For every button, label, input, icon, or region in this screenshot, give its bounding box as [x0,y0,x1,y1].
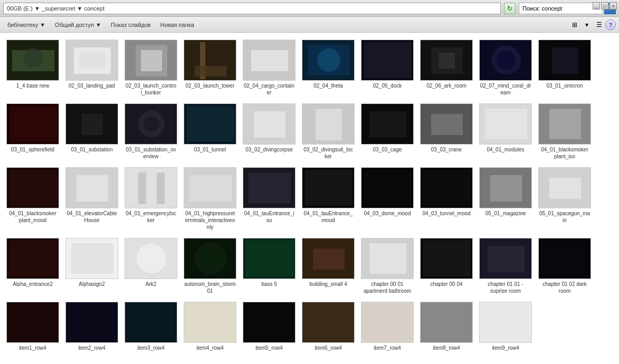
file-item[interactable]: chapter 01 01 - suprise room [477,235,534,297]
file-item[interactable]: 02_04_cargo_container [241,37,298,99]
file-item[interactable]: item3_row4 [122,299,179,354]
file-item[interactable]: autonom_brain_storm01 [182,235,239,297]
file-item[interactable]: chapter 00 01 apartment bathroom [359,235,416,297]
file-item[interactable]: 04_03_tunnel_mood [418,165,475,233]
slideshow-button[interactable]: Показ слайдов [107,18,155,31]
svg-rect-66 [490,175,522,202]
close-button[interactable]: × [610,2,617,9]
thumbnail [125,238,177,279]
path-bar[interactable]: 00GB (E:) ▼ _supersecret ▼ concept [3,3,501,14]
svg-rect-11 [195,66,226,76]
file-item[interactable]: 04_03_dome_mood [359,165,416,233]
file-item[interactable]: 03_01_omicron [536,37,593,99]
thumbnail [479,238,532,279]
file-item[interactable]: 02_03_launch_control_bunker [122,37,179,99]
file-item[interactable]: 03_01_substation_overview [122,101,179,162]
file-item[interactable]: 03_02_divingcorpse [241,101,298,162]
thumbnail [302,167,355,208]
file-item[interactable]: 03_02_divingsuit_locker [300,101,357,162]
file-item[interactable]: 03_01_tunnel [182,101,239,162]
file-item[interactable]: 03_01_spherefield [4,101,61,162]
file-label: 02_06_ark_room [426,82,466,89]
view-large-icons[interactable]: ⊞ [569,19,580,31]
file-label: 02_03_landing_pad [69,82,115,89]
library-button[interactable]: библиотеку ▼ [3,18,50,31]
thumbnail [184,40,236,81]
file-item[interactable]: 04_01_highpressureterminals_interactiveo… [182,165,239,233]
file-item[interactable]: item4_row4 [182,299,239,354]
file-label: item2_row4 [78,344,106,351]
thumbnail [6,40,59,81]
file-item[interactable]: item6_row4 [300,299,357,354]
view-details[interactable]: ☰ [593,19,605,31]
file-item[interactable]: 05_01_magazine [477,165,534,233]
file-label: 03_02_divingsuit_locker [302,146,354,160]
thumbnail [243,40,296,81]
file-item[interactable]: Ark2 [122,235,179,297]
file-item[interactable]: 04_01_modules [477,101,534,162]
file-item[interactable]: bass 5 [241,235,298,297]
file-item[interactable]: item1_row4 [4,299,61,354]
file-item[interactable]: 02_07_mind_coral_dream [477,37,534,99]
svg-rect-93 [184,302,236,343]
file-item[interactable]: 03_03_cage [359,101,416,162]
file-label: 04_03_dome_mood [364,210,411,217]
file-item[interactable]: 03_03_crane [418,101,475,162]
help-button[interactable]: ? [605,20,616,30]
file-item[interactable]: 05_01_spacegun_main [536,165,593,233]
svg-rect-92 [125,302,177,343]
thumbnail [361,238,414,279]
file-label: 04_01_elevatorCableHouse [66,210,118,224]
file-label: 02_04_theta [313,82,343,89]
file-item[interactable]: 1_4 base new [4,37,61,99]
svg-rect-51 [77,175,108,202]
new-folder-button[interactable]: Новая папка [156,18,198,31]
svg-point-16 [317,49,340,72]
file-item[interactable]: item2_row4 [63,299,120,354]
svg-rect-8 [141,50,162,71]
file-item[interactable]: 02_06_ark_room [418,37,475,99]
file-item[interactable]: item8_row4 [418,299,475,354]
file-item[interactable]: 02_03_launch_tower [182,37,239,99]
file-item[interactable]: Alpha_entrance2 [4,235,61,297]
thumbnail [420,167,473,208]
file-item[interactable]: item9_row4 [477,299,534,354]
file-item[interactable]: 02_05_dock [359,37,416,99]
minimize-button[interactable]: _ [593,2,600,9]
thumbnail [6,103,59,145]
file-item[interactable]: building_small 4 [300,235,357,297]
file-label: bass 5 [261,281,277,288]
file-item[interactable]: Alphasign2 [63,235,120,297]
maximize-button[interactable]: □ [601,2,608,9]
file-item[interactable]: 04_01_blacksmoker plant_iso [536,101,593,162]
file-item[interactable]: 04_01_tauEntrance_mood [300,165,357,233]
file-item[interactable]: chapter 00 04 [418,235,475,297]
file-item[interactable]: chapter 01 02 dark room [536,235,593,297]
file-label: 05_01_magazine [485,210,526,217]
svg-rect-98 [480,302,531,343]
svg-rect-54 [157,173,165,204]
file-item[interactable]: item5_row4 [241,299,298,354]
file-item[interactable]: item7_row4 [359,299,416,354]
view-dropdown[interactable]: ▾ [581,19,593,31]
file-item[interactable]: 02_03_landing_pad [63,37,120,99]
file-label: item8_row4 [433,344,460,351]
file-item[interactable]: 02_04_theta [300,37,357,99]
file-item[interactable]: 04_01_blacksmoker plant_mood [4,165,61,233]
search-input[interactable] [519,3,603,14]
thumbnail [420,238,473,279]
file-label: autonom_brain_storm01 [184,281,236,294]
thumbnail [243,302,296,343]
refresh-button[interactable]: ↻ [504,3,516,14]
file-label: Ark2 [146,281,157,288]
share-button[interactable]: Общий доступ ▼ [51,18,106,31]
svg-rect-53 [138,173,146,204]
thumbnail [65,103,118,145]
file-item[interactable]: 04_01_emergencylocker [122,165,179,233]
file-item[interactable]: 04_01_tauEntrance_iso [241,165,298,233]
file-item[interactable]: 03_01_substation [63,101,120,162]
file-label: 03_01_substation [71,146,113,153]
svg-rect-30 [82,114,103,135]
file-item[interactable]: 04_01_elevatorCableHouse [63,165,120,233]
svg-rect-81 [313,248,345,270]
